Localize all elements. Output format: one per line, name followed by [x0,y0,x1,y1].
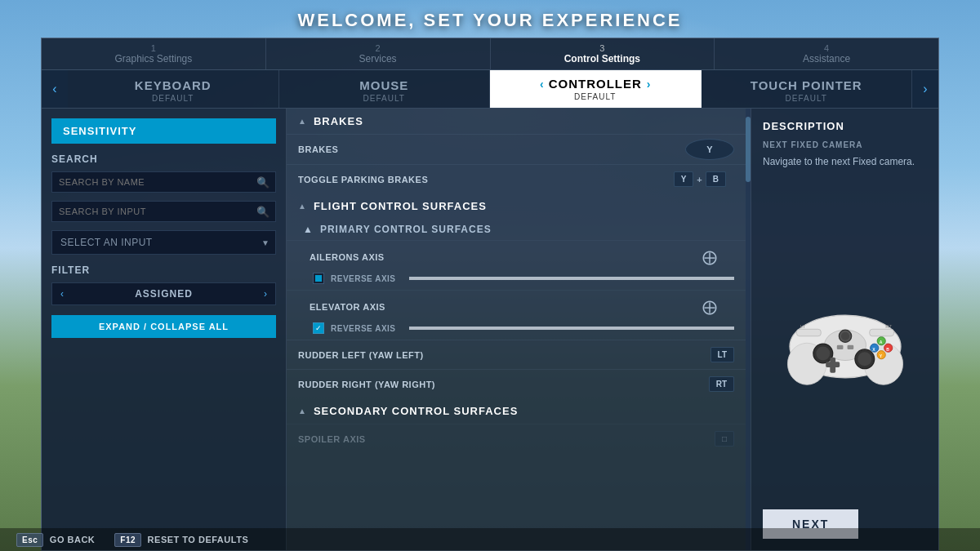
rudder-right-label: RUDDER RIGHT (YAW RIGHT) [298,380,709,389]
rudder-left-key: LT [710,347,734,362]
binding-parking-brakes[interactable]: TOGGLE PARKING BRAKES Y + B [287,164,746,193]
bottom-bar: Esc GO BACK F12 RESET TO DEFAULTS [0,528,980,551]
ailerons-reverse-row: REVERSE AXIS [310,273,734,284]
right-panel: DESCRIPTION NEXT FIXED CAMERA Navigate t… [751,109,938,550]
ailerons-key: ⨁ [685,248,734,266]
brakes-collapse-icon: ▲ [298,117,307,126]
filter-right-arrow[interactable]: › [256,283,275,304]
tab-keyboard[interactable]: KEYBOARD DEFAULT [68,70,279,108]
step-bar: 1 Graphics Settings 2 Services 3 Control… [42,38,938,70]
svg-rect-15 [869,329,893,336]
sidebar: SENSITIVITY SEARCH 🔍 🔍 Select an input [42,109,287,550]
esc-key: Esc [16,533,43,547]
description-text: Navigate to the next Fixed camera. [763,154,927,169]
svg-rect-14 [796,329,821,336]
ailerons-main[interactable]: AILERONS AXIS ⨁ [310,244,734,270]
elevator-row: ELEVATOR AXIS ⨁ REVERSE AXIS [287,290,746,340]
secondary-collapse-icon: ▲ [298,407,307,415]
description-subtitle: NEXT FIXED CAMERA [763,140,927,149]
binding-rudder-right[interactable]: RUDDER RIGHT (YAW RIGHT) RT [287,369,746,398]
search-by-input-box: 🔍 [51,201,276,222]
filter-left-arrow[interactable]: ‹ [52,283,72,304]
brakes-key: Y [685,139,734,160]
step-3[interactable]: 3 Control Settings [491,38,715,69]
reset-defaults-shortcut: F12 RESET TO DEFAULTS [114,535,248,544]
expand-collapse-button[interactable]: EXPAND / COLLAPSE ALL [51,315,276,338]
ailerons-reverse-label: REVERSE AXIS [331,274,396,283]
filter-nav: ‹ ASSIGNED › [51,282,276,305]
svg-point-7 [858,352,871,366]
svg-text:X: X [872,346,875,351]
filter-value: ASSIGNED [72,288,256,300]
section-brakes-label: BRAKES [314,115,363,127]
binding-cutoff[interactable]: SPOILER AXIS □ [287,424,746,453]
svg-text:B: B [886,346,889,351]
search-name-icon: 🔍 [256,176,270,189]
ailerons-label: AILERONS AXIS [310,252,685,262]
go-back-shortcut: Esc GO BACK [16,535,95,544]
elevator-reverse-row: REVERSE AXIS [310,322,734,334]
search-input-icon: 🔍 [256,206,270,218]
section-secondary-label: SECONDARY CONTROL SURFACES [314,405,518,417]
sensitivity-button[interactable]: SENSITIVITY [51,118,276,144]
search-by-name-box: 🔍 [51,171,276,193]
tabs-left-arrow[interactable]: ‹ [42,70,68,108]
filter-label: FILTER [51,264,90,276]
subsection-primary-header[interactable]: ▲ PRIMARY CONTROL SURFACES [287,219,746,240]
parking-brakes-label: TOGGLE PARKING BRAKES [298,175,666,184]
svg-text:A: A [879,340,882,344]
step-4[interactable]: 4 Assistance [715,38,938,69]
svg-rect-19 [847,344,853,349]
page-title: WELCOME, SET YOUR EXPERIENCE [297,10,682,31]
elevator-key: ⨁ [685,298,734,316]
rudder-right-key: RT [709,376,734,392]
description-title: DESCRIPTION [763,120,927,132]
main-panel: 1 Graphics Settings 2 Services 3 Control… [41,38,939,551]
svg-point-17 [840,331,849,340]
primary-collapse-icon: ▲ [303,224,314,235]
go-back-label: GO BACK [50,535,95,544]
elevator-main[interactable]: ELEVATOR AXIS ⨁ [310,294,734,320]
section-flight-header[interactable]: ▲ FLIGHT CONTROL SURFACES [287,193,746,219]
controller-svg: LT RT A B X Y [776,291,915,389]
controller-image: LT RT A B X Y [763,282,927,397]
tab-mouse[interactable]: MOUSE DEFAULT [279,70,491,108]
svg-text:LT: LT [800,323,805,328]
b-key-badge: B [706,171,726,187]
svg-rect-18 [836,344,843,349]
search-by-input-input[interactable] [51,201,276,222]
section-brakes-header[interactable]: ▲ BRAKES [287,109,746,134]
tab-controller[interactable]: ‹ CONTROLLER › DEFAULT [490,70,702,108]
tabs-right-arrow[interactable]: › [912,70,938,108]
rudder-left-label: RUDDER LEFT (YAW LEFT) [298,350,710,360]
f12-key: F12 [114,533,141,547]
cutoff-key: □ [715,431,734,447]
elevator-reverse-checkbox[interactable] [313,322,324,334]
binding-brakes[interactable]: BRAKES Y [287,134,746,164]
binding-rudder-left[interactable]: RUDDER LEFT (YAW LEFT) LT [287,340,746,369]
section-secondary-header[interactable]: ▲ SECONDARY CONTROL SURFACES [287,398,746,424]
ailerons-reverse-checkbox[interactable] [313,273,324,284]
ailerons-axis-bar [409,277,734,280]
elevator-reverse-label: REVERSE AXIS [331,324,396,333]
subsection-primary-label: PRIMARY CONTROL SURFACES [320,224,492,235]
select-input-dropdown[interactable]: Select an input [51,230,276,255]
step-2[interactable]: 2 Services [266,38,491,69]
svg-point-5 [816,346,830,360]
step-1[interactable]: 1 Graphics Settings [42,38,266,69]
content-wrapper: ▲ BRAKES BRAKES Y TOGGLE PARKING BRAKES … [287,109,751,550]
svg-text:RT: RT [885,323,892,328]
scroll-thumb[interactable] [746,117,751,182]
ailerons-row: AILERONS AXIS ⨁ REVERSE AXIS [287,240,746,290]
tab-touch[interactable]: TOUCH POINTER DEFAULT [702,70,913,108]
parking-brakes-key: Y + B [666,169,734,189]
section-flight-label: FLIGHT CONTROL SURFACES [314,200,487,212]
elevator-label: ELEVATOR AXIS [310,302,685,312]
scroll-indicator [746,109,751,550]
content-area: ▲ BRAKES BRAKES Y TOGGLE PARKING BRAKES … [287,109,746,550]
select-input-wrapper: Select an input [51,230,276,255]
elevator-axis-bar [409,327,734,330]
cutoff-label: SPOILER AXIS [298,434,715,444]
brakes-label: BRAKES [298,144,685,154]
search-by-name-input[interactable] [51,171,276,193]
